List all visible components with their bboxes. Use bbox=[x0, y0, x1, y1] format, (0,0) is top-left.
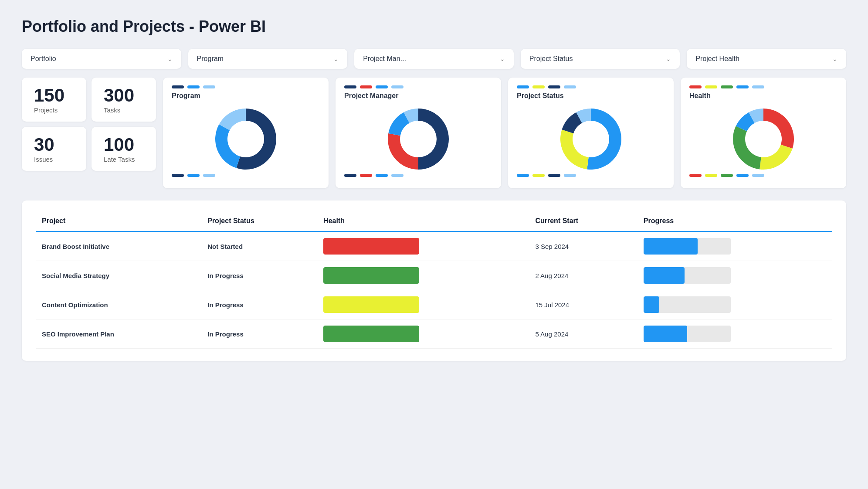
table-header: ProjectProject StatusHealthCurrent Start… bbox=[36, 213, 832, 231]
legend-top bbox=[517, 85, 665, 88]
col-header: Progress bbox=[637, 213, 832, 231]
kpi-card-issues: 30Issues bbox=[22, 127, 86, 171]
col-header: Health bbox=[317, 213, 529, 231]
projects-table: ProjectProject StatusHealthCurrent Start… bbox=[36, 213, 832, 349]
legend-dot bbox=[391, 85, 403, 88]
legend-dot bbox=[705, 174, 717, 177]
chevron-down-icon: ⌄ bbox=[500, 55, 505, 62]
donut-chart bbox=[211, 104, 281, 174]
project-name: Social Media Strategy bbox=[36, 261, 201, 290]
legend-top bbox=[689, 85, 837, 88]
page-title: Portfolio and Projects - Power BI bbox=[22, 17, 846, 36]
filter-label: Portfolio bbox=[31, 55, 56, 63]
donut-title: Project Status bbox=[517, 92, 564, 100]
current-start: 2 Aug 2024 bbox=[529, 261, 637, 290]
legend-dot bbox=[187, 174, 200, 177]
health-bar bbox=[323, 267, 419, 284]
filter-dropdown-project-manager[interactable]: Project Man...⌄ bbox=[354, 49, 514, 69]
legend-bottom bbox=[517, 174, 665, 177]
legend-dot bbox=[203, 85, 215, 88]
filter-dropdown-project-status[interactable]: Project Status⌄ bbox=[521, 49, 680, 69]
donut-chart bbox=[729, 104, 798, 174]
legend-dot bbox=[548, 174, 560, 177]
current-start: 3 Sep 2024 bbox=[529, 231, 637, 261]
progress-bar bbox=[644, 296, 659, 313]
health-bar-container bbox=[323, 238, 419, 255]
progress-cell bbox=[637, 290, 832, 319]
current-start: 5 Aug 2024 bbox=[529, 319, 637, 349]
kpi-number: 150 bbox=[34, 85, 64, 105]
kpi-card-projects: 150Projects bbox=[22, 78, 86, 122]
col-header: Project Status bbox=[201, 213, 317, 231]
chevron-down-icon: ⌄ bbox=[666, 55, 671, 62]
kpi-label: Tasks bbox=[104, 106, 120, 114]
filter-dropdown-program[interactable]: Program⌄ bbox=[188, 49, 348, 69]
legend-dot bbox=[344, 85, 356, 88]
kpi-label: Projects bbox=[34, 106, 58, 114]
progress-bar-container bbox=[644, 326, 731, 342]
legend-dot bbox=[705, 85, 717, 88]
progress-bar-container bbox=[644, 296, 731, 313]
kpi-number: 100 bbox=[104, 135, 134, 155]
filter-dropdown-portfolio[interactable]: Portfolio⌄ bbox=[22, 49, 181, 69]
project-status: In Progress bbox=[201, 319, 317, 349]
donut-card-health: Health bbox=[681, 78, 846, 188]
legend-dot bbox=[532, 85, 545, 88]
table-row: SEO Improvement PlanIn Progress5 Aug 202… bbox=[36, 319, 832, 349]
header-row: ProjectProject StatusHealthCurrent Start… bbox=[36, 213, 832, 231]
legend-dot bbox=[172, 85, 184, 88]
legend-bottom bbox=[172, 174, 320, 177]
legend-top bbox=[172, 85, 320, 88]
legend-dot bbox=[564, 85, 576, 88]
table-row: Content OptimizationIn Progress15 Jul 20… bbox=[36, 290, 832, 319]
legend-dot bbox=[736, 174, 749, 177]
current-start: 15 Jul 2024 bbox=[529, 290, 637, 319]
legend-dot bbox=[187, 85, 200, 88]
project-name: Content Optimization bbox=[36, 290, 201, 319]
legend-top bbox=[344, 85, 492, 88]
table-body: Brand Boost InitiativeNot Started3 Sep 2… bbox=[36, 231, 832, 349]
progress-bar bbox=[644, 267, 685, 284]
project-name: Brand Boost Initiative bbox=[36, 231, 201, 261]
progress-cell bbox=[637, 231, 832, 261]
donut-title: Health bbox=[689, 92, 711, 100]
donut-title: Program bbox=[172, 92, 200, 100]
legend-dot bbox=[172, 174, 184, 177]
legend-dot bbox=[736, 85, 749, 88]
filter-dropdown-project-health[interactable]: Project Health⌄ bbox=[687, 49, 846, 69]
progress-cell bbox=[637, 319, 832, 349]
donut-chart bbox=[383, 104, 453, 174]
legend-dot bbox=[548, 85, 560, 88]
chevron-down-icon: ⌄ bbox=[832, 55, 837, 62]
progress-bar bbox=[644, 238, 698, 255]
table-container: ProjectProject StatusHealthCurrent Start… bbox=[22, 200, 846, 361]
legend-dot bbox=[344, 174, 356, 177]
progress-bar-container bbox=[644, 238, 731, 255]
health-cell bbox=[317, 261, 529, 290]
kpi-number: 30 bbox=[34, 135, 54, 155]
legend-dot bbox=[376, 85, 388, 88]
health-cell bbox=[317, 319, 529, 349]
health-cell bbox=[317, 290, 529, 319]
health-bar-container bbox=[323, 296, 419, 313]
chevron-down-icon: ⌄ bbox=[333, 55, 339, 62]
project-status: In Progress bbox=[201, 261, 317, 290]
legend-dot bbox=[517, 174, 529, 177]
kpi-label: Issues bbox=[34, 156, 53, 163]
legend-dot bbox=[203, 174, 215, 177]
kpi-card-tasks: 300Tasks bbox=[92, 78, 156, 122]
health-bar bbox=[323, 238, 419, 255]
legend-dot bbox=[360, 174, 372, 177]
progress-bar-container bbox=[644, 267, 731, 284]
filter-label: Project Health bbox=[695, 55, 739, 63]
kpi-group: 150Projects300Tasks30Issues100Late Tasks bbox=[22, 78, 156, 188]
legend-dot bbox=[752, 174, 764, 177]
legend-bottom bbox=[344, 174, 492, 177]
legend-dot bbox=[689, 85, 702, 88]
table-row: Social Media StrategyIn Progress2 Aug 20… bbox=[36, 261, 832, 290]
progress-cell bbox=[637, 261, 832, 290]
donut-card-project-manager: Project Manager bbox=[336, 78, 501, 188]
legend-dot bbox=[689, 174, 702, 177]
legend-dot bbox=[517, 85, 529, 88]
project-status: Not Started bbox=[201, 231, 317, 261]
